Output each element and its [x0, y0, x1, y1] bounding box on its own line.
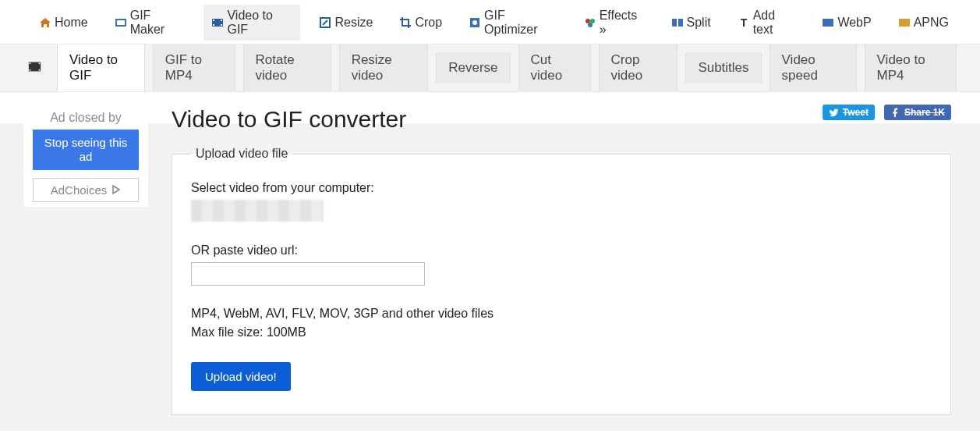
sub-nav-wrap: Video to GIF GIF to MP4 Rotate video Res… [0, 44, 980, 92]
video-icon [211, 16, 224, 29]
file-input[interactable] [191, 200, 324, 222]
apng-icon [898, 16, 911, 29]
nav-video-to-gif[interactable]: Video to GIF [203, 5, 300, 41]
nav-apng[interactable]: APNG [890, 12, 957, 34]
film-icon [28, 60, 41, 76]
svg-rect-19 [30, 62, 31, 64]
tab-rotate-video[interactable]: Rotate video [243, 44, 331, 91]
svg-rect-4 [213, 24, 214, 26]
tab-resize-video[interactable]: Resize video [339, 44, 429, 91]
svg-rect-20 [30, 69, 31, 71]
svg-rect-14 [678, 19, 683, 27]
svg-point-12 [588, 23, 593, 27]
or-paste-label: OR paste video url: [191, 243, 932, 258]
share-buttons: Tweet Share 1K [823, 105, 951, 120]
tab-gif-to-mp4[interactable]: GIF to MP4 [153, 44, 235, 91]
svg-point-9 [472, 20, 477, 25]
nav-effects[interactable]: Effects » [576, 5, 653, 41]
adchoices-icon [111, 183, 121, 197]
resize-icon [319, 16, 331, 29]
crop-icon [399, 16, 412, 29]
tab-subtitles[interactable]: Subtitles [685, 52, 761, 83]
svg-rect-13 [672, 19, 677, 27]
fb-share-button[interactable]: Share 1K [884, 105, 951, 120]
nav-gif-maker[interactable]: GIF Maker [107, 5, 193, 41]
svg-rect-1 [117, 20, 125, 25]
svg-rect-16 [823, 19, 833, 27]
ad-sidebar: Ad closed by Stop seeing this ad AdChoic… [23, 103, 148, 207]
nav-gif-optimizer[interactable]: GIF Optimizer [461, 5, 565, 41]
tab-video-to-gif[interactable]: Video to GIF [57, 44, 145, 91]
tweet-button[interactable]: Tweet [823, 105, 875, 120]
video-url-input[interactable] [191, 262, 425, 286]
top-nav: Home GIF Maker Video to GIF Resize Crop … [0, 0, 980, 44]
twitter-icon [829, 108, 839, 118]
nav-split[interactable]: Split [663, 12, 719, 34]
svg-rect-5 [221, 20, 222, 21]
facebook-icon [890, 108, 900, 118]
adchoices-button[interactable]: AdChoices [33, 178, 139, 202]
tab-video-to-mp4[interactable]: Video to MP4 [865, 44, 957, 91]
svg-rect-6 [221, 24, 222, 26]
select-video-label: Select video from your computer: [191, 181, 932, 195]
optimize-icon [469, 16, 481, 29]
text-icon: T [738, 16, 750, 29]
page-title: Video to GIF converter [172, 106, 406, 133]
nav-webp[interactable]: WebP [814, 12, 879, 34]
supported-formats-hint: MP4, WebM, AVI, FLV, MOV, 3GP and other … [191, 304, 932, 342]
nav-add-text[interactable]: T Add text [730, 5, 804, 41]
home-icon [39, 16, 51, 29]
svg-rect-17 [899, 19, 910, 27]
sub-nav: Video to GIF GIF to MP4 Rotate video Res… [16, 44, 964, 91]
main-content: Video to GIF converter Tweet Share 1K Up… [148, 92, 959, 415]
gif-icon [115, 16, 127, 29]
stop-seeing-ad-button[interactable]: Stop seeing this ad [33, 130, 139, 170]
svg-rect-3 [213, 20, 214, 21]
svg-rect-22 [39, 69, 41, 71]
svg-rect-21 [39, 62, 41, 64]
split-icon [671, 16, 684, 29]
webp-icon [822, 16, 834, 29]
upload-video-button[interactable]: Upload video! [191, 362, 291, 391]
svg-point-10 [586, 19, 590, 23]
upload-fieldset: Upload video file Select video from your… [172, 147, 951, 415]
nav-resize[interactable]: Resize [311, 12, 380, 34]
tab-cut-video[interactable]: Cut video [518, 44, 591, 91]
ad-closed-text: Ad closed by [23, 108, 148, 130]
tab-crop-video[interactable]: Crop video [599, 44, 678, 91]
tab-reverse[interactable]: Reverse [436, 52, 510, 83]
nav-home[interactable]: Home [31, 12, 96, 34]
tab-video-speed[interactable]: Video speed [769, 44, 857, 91]
effects-icon [584, 16, 596, 29]
upload-legend: Upload video file [191, 147, 292, 161]
svg-text:T: T [740, 16, 747, 29]
svg-point-11 [590, 19, 595, 23]
nav-crop[interactable]: Crop [391, 12, 450, 34]
